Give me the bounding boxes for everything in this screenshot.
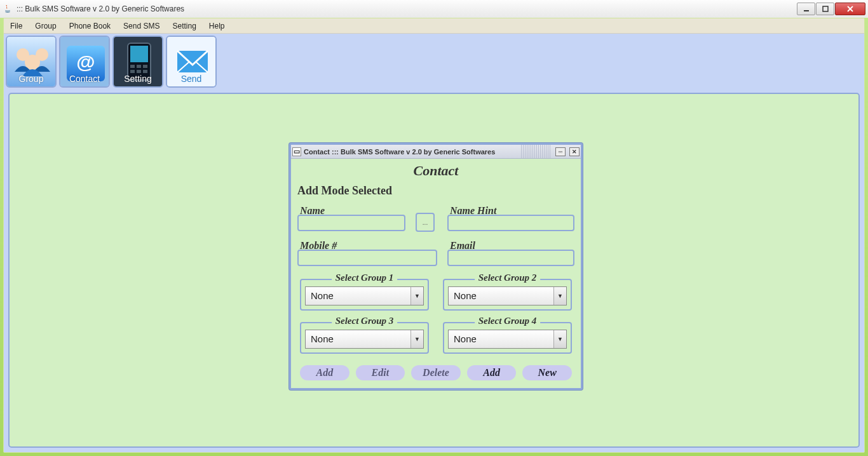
menu-setting[interactable]: Setting [166, 18, 202, 33]
group-4-legend: Select Group 4 [475, 316, 541, 326]
group-3-legend: Select Group 3 [332, 316, 398, 326]
java-icon [3, 4, 13, 14]
menu-file[interactable]: File [4, 18, 29, 33]
internal-window-icon: ▭ [292, 147, 301, 156]
svg-rect-1 [823, 6, 828, 11]
svg-rect-14 [143, 65, 147, 68]
group-1-box: Select Group 1 None ▼ [300, 279, 429, 311]
browse-button[interactable]: ... [416, 213, 435, 232]
toolbar: Group @ Contact Setting [4, 34, 864, 90]
add-button-disabled: Add [300, 365, 349, 380]
close-button[interactable] [835, 3, 865, 15]
menu-send-sms[interactable]: Send SMS [117, 18, 166, 33]
toolbar-send-button[interactable]: Send [166, 36, 217, 88]
svg-rect-0 [804, 10, 809, 11]
toolbar-setting-button[interactable]: Setting [112, 36, 163, 88]
group-2-combo[interactable]: None ▼ [448, 286, 567, 305]
app-frame: File Group Phone Book Send SMS Setting H… [3, 18, 865, 453]
name-field[interactable] [297, 215, 405, 231]
group-3-value: None [306, 330, 410, 348]
menu-phone-book[interactable]: Phone Book [63, 18, 117, 33]
svg-rect-12 [130, 65, 135, 68]
email-field[interactable] [447, 250, 574, 266]
delete-button-disabled: Delete [411, 365, 461, 380]
chevron-down-icon[interactable]: ▼ [410, 287, 423, 305]
contact-body: Contact Add Mode Selected Name ... Name … [291, 159, 581, 388]
edit-button-disabled: Edit [356, 365, 405, 380]
group-selectors: Select Group 1 None ▼ Select Group 2 Non… [297, 279, 574, 354]
contact-titlebar[interactable]: ▭ Contact ::: Bulk SMS Software v 2.0 by… [291, 145, 581, 159]
contact-window-title: Contact ::: Bulk SMS Software v 2.0 by G… [304, 148, 519, 156]
group-3-box: Select Group 3 None ▼ [300, 322, 429, 354]
svg-text:@: @ [76, 51, 95, 72]
new-button[interactable]: New [522, 365, 572, 380]
group-1-value: None [306, 287, 410, 305]
group-4-value: None [449, 330, 553, 348]
chevron-down-icon[interactable]: ▼ [553, 287, 566, 305]
add-button[interactable]: Add [467, 365, 517, 380]
group-2-value: None [449, 287, 553, 305]
menubar: File Group Phone Book Send SMS Setting H… [4, 18, 864, 34]
svg-rect-16 [137, 70, 141, 73]
contact-close-button[interactable]: ✕ [569, 147, 580, 156]
field-grid: Name ... Name Hint Mobile # Email [297, 205, 574, 266]
chevron-down-icon[interactable]: ▼ [553, 330, 566, 348]
menu-group[interactable]: Group [29, 18, 62, 33]
group-3-combo[interactable]: None ▼ [305, 330, 424, 349]
toolbar-group-label: Group [19, 74, 44, 84]
titlebar: ::: Bulk SMS Software v 2.0 by Generic S… [0, 0, 868, 18]
contact-maximize-button[interactable]: ▫▫ [555, 147, 566, 156]
svg-rect-13 [137, 65, 141, 68]
contact-window: ▭ Contact ::: Bulk SMS Software v 2.0 by… [289, 143, 583, 390]
toolbar-contact-label: Contact [69, 74, 100, 84]
group-1-combo[interactable]: None ▼ [305, 286, 424, 305]
group-2-legend: Select Group 2 [475, 272, 541, 283]
maximize-button[interactable] [816, 3, 834, 15]
toolbar-group-button[interactable]: Group [6, 36, 57, 88]
group-2-box: Select Group 2 None ▼ [443, 279, 572, 311]
titlebar-grip [521, 145, 552, 158]
svg-rect-11 [130, 46, 148, 62]
window-controls [796, 3, 865, 15]
workspace: ▭ Contact ::: Bulk SMS Software v 2.0 by… [8, 93, 860, 448]
action-button-row: Add Edit Delete Add New [297, 365, 574, 380]
menu-help[interactable]: Help [203, 18, 231, 33]
toolbar-setting-label: Setting [124, 74, 152, 84]
name-hint-field[interactable] [447, 215, 574, 231]
mobile-field[interactable] [297, 250, 437, 266]
toolbar-contact-button[interactable]: @ Contact [59, 36, 110, 88]
group-4-combo[interactable]: None ▼ [448, 330, 567, 349]
group-4-box: Select Group 4 None ▼ [443, 322, 572, 354]
toolbar-send-label: Send [181, 74, 202, 84]
svg-rect-17 [143, 70, 147, 73]
group-1-legend: Select Group 1 [332, 272, 398, 283]
chevron-down-icon[interactable]: ▼ [410, 330, 423, 348]
window-title: ::: Bulk SMS Software v 2.0 by Generic S… [17, 4, 184, 13]
mode-label: Add Mode Selected [297, 184, 574, 198]
minimize-button[interactable] [797, 3, 815, 15]
contact-heading: Contact [297, 163, 574, 179]
svg-rect-15 [130, 70, 135, 73]
